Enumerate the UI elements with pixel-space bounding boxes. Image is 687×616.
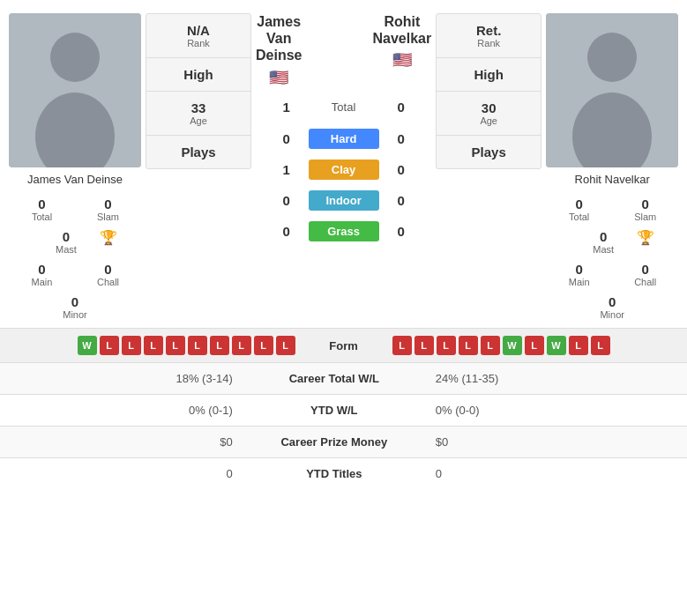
left-chall-label: Chall: [97, 277, 119, 287]
right-info-panel: Ret. Rank High 30 Age Plays: [436, 13, 541, 169]
left-slam-label: Slam: [97, 212, 119, 222]
left-player-name: James Van Deinse: [27, 173, 123, 186]
right-slam-value: 0: [642, 197, 649, 212]
right-height-row: High: [437, 58, 541, 92]
form-badge-right-l: L: [414, 336, 434, 355]
left-main-label: Main: [32, 277, 53, 287]
career-label-1: YTD W/L: [246, 395, 422, 427]
career-label-2: Career Prize Money: [246, 427, 422, 458]
right-chall-stat: 0 Chall: [612, 258, 678, 291]
main-row: James Van Deinse 0 Total 0 Slam 0 Mast 🏆: [0, 0, 687, 328]
career-left-1: 0% (0-1): [0, 395, 246, 427]
right-slam-stat: 0 Slam: [612, 193, 678, 226]
indoor-right-score: 0: [388, 193, 414, 208]
indoor-badge: Indoor: [309, 190, 379, 211]
left-flag: 🇺🇸: [256, 68, 302, 87]
career-left-2: $0: [0, 427, 246, 458]
left-player-name-header: James Van Deinse: [256, 13, 302, 64]
career-label-3: YTD Titles: [246, 458, 422, 490]
career-stats-row-3: 0YTD Titles0: [0, 458, 687, 490]
right-age-row: 30 Age: [437, 92, 541, 136]
form-badge-right-l: L: [437, 336, 456, 355]
left-total-stat: 0 Total: [9, 193, 75, 226]
hard-right-score: 0: [388, 131, 414, 146]
clay-badge: Clay: [309, 160, 379, 180]
right-minor-value: 0: [609, 294, 616, 309]
form-badge-left-l: L: [232, 336, 251, 355]
right-main-stat: 0 Main: [546, 258, 612, 291]
grass-badge: Grass: [309, 221, 379, 241]
career-right-3: 0: [422, 458, 687, 490]
career-right-1: 0% (0-0): [422, 395, 687, 427]
form-badge-right-l: L: [392, 336, 412, 355]
left-mast-label: Mast: [56, 244, 77, 255]
left-info-panel: N/A Rank High 33 Age Plays: [146, 13, 251, 169]
left-mast-stat: 0 Mast: [34, 226, 100, 258]
hard-left-score: 0: [273, 131, 300, 146]
right-flag: 🇺🇸: [372, 50, 431, 70]
career-stats-row-1: 0% (0-1)YTD W/L0% (0-0): [0, 395, 687, 427]
left-age-value: 33: [191, 100, 206, 115]
left-plays-row: Plays: [146, 136, 250, 168]
form-badge-right-l: L: [569, 336, 588, 355]
career-stats-row-2: $0Career Prize Money$0: [0, 427, 687, 458]
form-badge-left-l: L: [166, 336, 185, 355]
indoor-left-score: 0: [273, 193, 300, 208]
left-main-stat: 0 Main: [9, 258, 75, 291]
right-player-column: Rohit Navelkar 0 Total 0 Slam 0 Mast 🏆: [546, 13, 678, 323]
right-rank-label: Rank: [477, 38, 500, 48]
form-badge-left-l: L: [100, 336, 119, 355]
left-rank-value: N/A: [187, 23, 210, 38]
form-badge-left-l: L: [254, 336, 273, 355]
form-badge-left-l: L: [210, 336, 229, 355]
right-trophy-icon: 🏆: [637, 229, 654, 246]
left-mast-value: 0: [63, 229, 70, 244]
right-player-stats: 0 Total 0 Slam 0 Mast 🏆 0 Main: [546, 193, 678, 323]
right-main-value: 0: [576, 262, 583, 277]
left-rank-label: Rank: [187, 38, 210, 48]
right-chall-value: 0: [642, 262, 649, 277]
form-badge-left-l: L: [276, 336, 295, 355]
career-stats-section: 18% (3-14)Career Total W/L24% (11-35)0% …: [0, 362, 687, 489]
right-age-value: 30: [482, 100, 497, 115]
total-left-score: 1: [273, 100, 300, 115]
total-right-score: 0: [388, 100, 414, 115]
left-slam-value: 0: [104, 197, 111, 212]
right-plays-row: Plays: [437, 136, 541, 168]
hard-badge: Hard: [309, 129, 379, 149]
left-name-header: James Van Deinse 🇺🇸: [256, 13, 302, 87]
right-mast-value: 0: [600, 229, 607, 244]
right-slam-label: Slam: [634, 212, 656, 222]
career-label-0: Career Total W/L: [246, 363, 422, 395]
left-rank-row: N/A Rank: [146, 14, 250, 58]
left-minor-stat: 0 Minor: [42, 291, 108, 323]
form-left: WLLLLLLLLL: [9, 336, 295, 355]
center-column: James Van Deinse 🇺🇸 Rohit Navelkar 🇺🇸 1 …: [256, 13, 431, 247]
career-stats-row-0: 18% (3-14)Career Total W/L24% (11-35): [0, 363, 687, 395]
left-trophy: 🏆: [100, 226, 117, 258]
right-name-header: Rohit Navelkar 🇺🇸: [372, 13, 431, 87]
left-height-value: High: [183, 67, 213, 82]
left-height-row: High: [146, 58, 250, 92]
svg-point-1: [50, 33, 100, 82]
total-label: Total: [309, 100, 379, 114]
right-mast-label: Mast: [593, 244, 614, 255]
left-player-stats: 0 Total 0 Slam 0 Mast 🏆 0 Main: [9, 193, 141, 323]
left-total-value: 0: [38, 197, 45, 212]
left-trophy-icon: 🏆: [100, 229, 117, 246]
left-age-row: 33 Age: [146, 92, 250, 136]
left-minor-value: 0: [71, 294, 78, 309]
left-name-text: James Van Deinse: [256, 13, 302, 64]
form-badge-right-w: W: [547, 336, 566, 355]
right-trophy: 🏆: [637, 226, 654, 258]
player-headers: James Van Deinse 🇺🇸 Rohit Navelkar 🇺🇸: [256, 13, 431, 87]
grass-left-score: 0: [273, 224, 300, 239]
career-left-0: 18% (3-14): [0, 363, 246, 395]
right-minor-stat: 0 Minor: [579, 291, 646, 323]
left-total-label: Total: [32, 212, 52, 222]
right-total-stat: 0 Total: [546, 193, 612, 226]
clay-left-score: 1: [273, 162, 300, 177]
left-chall-stat: 0 Chall: [75, 258, 141, 291]
career-left-3: 0: [0, 458, 246, 490]
right-mast-stat: 0 Mast: [571, 226, 637, 258]
